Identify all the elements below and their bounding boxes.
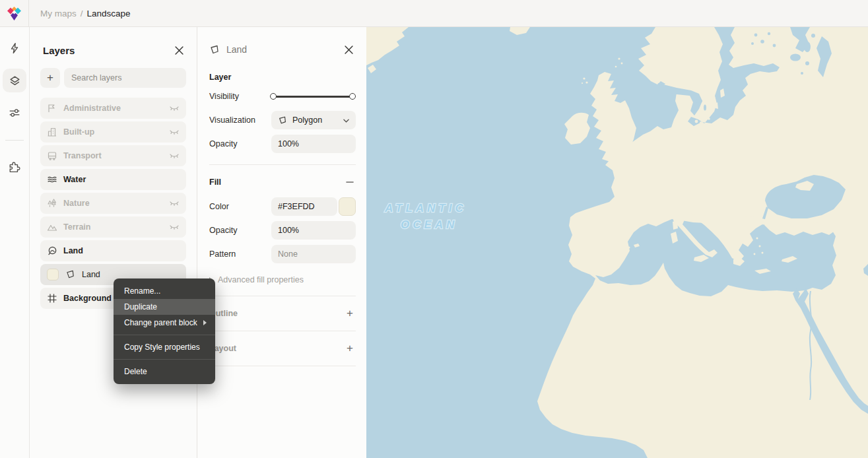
layer-row-administrative[interactable]: Administrative — [40, 98, 186, 119]
layer-opacity-input[interactable] — [271, 135, 356, 153]
layer-row-water[interactable]: Water — [40, 169, 186, 190]
tune-icon[interactable] — [3, 101, 26, 125]
fill-color-label: Color — [209, 202, 229, 211]
visualization-label: Visualization — [209, 115, 255, 125]
buildings-icon — [47, 127, 57, 137]
mountains-icon — [47, 222, 57, 232]
menu-divider — [114, 359, 215, 360]
menu-item-rename[interactable]: Rename... — [114, 283, 215, 299]
menu-divider — [114, 335, 215, 335]
fill-opacity-input[interactable] — [271, 221, 356, 240]
polygon-icon — [209, 44, 220, 55]
flag-icon — [47, 103, 57, 114]
layer-row-nature[interactable]: Nature — [40, 193, 186, 214]
bus-icon — [47, 150, 57, 161]
ocean-label-line2: OCEAN — [401, 218, 457, 231]
close-layers-panel-icon[interactable] — [172, 43, 186, 57]
land-icon — [47, 245, 57, 256]
add-layout-icon[interactable]: + — [344, 343, 356, 354]
section-divider — [209, 366, 356, 366]
close-properties-panel-icon[interactable] — [341, 42, 356, 57]
app-logo[interactable] — [0, 0, 29, 26]
layer-opacity-label: Opacity — [209, 139, 237, 148]
menu-item-change-parent-block[interactable]: Change parent block — [114, 315, 215, 331]
polygon-icon — [278, 115, 287, 125]
polygon-icon — [65, 269, 76, 280]
fill-color-input[interactable] — [271, 197, 337, 216]
visibility-off-icon[interactable] — [169, 103, 180, 114]
layer-list: Administrative Built-up Transport Water … — [30, 98, 197, 309]
slider-handle-min[interactable] — [270, 93, 277, 100]
layers-icon[interactable] — [3, 69, 26, 92]
fill-color-swatch[interactable] — [339, 197, 356, 216]
bolt-icon[interactable] — [3, 36, 26, 60]
visibility-range-slider[interactable] — [270, 87, 356, 106]
visibility-off-icon[interactable] — [169, 150, 180, 161]
visualization-dropdown[interactable]: Polygon — [271, 111, 356, 129]
layers-panel-title: Layers — [43, 45, 75, 56]
menu-item-duplicate[interactable]: Duplicate — [114, 299, 215, 315]
advanced-fill-properties-toggle[interactable]: Advanced fill properties — [209, 275, 356, 284]
layer-row-built-up[interactable]: Built-up — [40, 121, 186, 143]
layer-section-heading: Layer — [209, 73, 356, 82]
frame-icon — [47, 293, 57, 304]
properties-panel: Land Layer Visibility Visualization Poly… — [198, 27, 366, 458]
maptiler-logo-icon — [7, 6, 22, 21]
top-bar: My maps / Landscape — [0, 0, 868, 27]
breadcrumb-parent-link[interactable]: My maps — [40, 9, 77, 18]
fill-opacity-label: Opacity — [209, 226, 237, 235]
menu-item-delete[interactable]: Delete — [114, 364, 215, 379]
submenu-arrow-icon — [203, 320, 207, 325]
layer-row-land[interactable]: Land — [40, 240, 186, 261]
trees-icon — [47, 198, 57, 209]
visibility-off-icon[interactable] — [169, 127, 180, 137]
add-outline-icon[interactable]: + — [344, 308, 356, 319]
visibility-off-icon[interactable] — [169, 222, 180, 232]
breadcrumb-current: Landscape — [87, 9, 131, 18]
fill-pattern-input[interactable]: None — [271, 245, 356, 263]
waves-icon — [47, 174, 57, 185]
breadcrumb-separator: / — [81, 9, 83, 18]
menu-item-copy-style-properties[interactable]: Copy Style properties — [114, 339, 215, 355]
layout-section-row: Layout + — [209, 331, 356, 366]
left-icon-rail — [0, 27, 30, 458]
section-divider — [209, 164, 356, 165]
visualization-value: Polygon — [292, 115, 322, 125]
ocean-label-line1: ATLANTIC — [384, 202, 467, 214]
slider-handle-max[interactable] — [349, 93, 356, 100]
collapse-fill-icon[interactable] — [344, 176, 356, 188]
layer-color-swatch — [47, 269, 59, 280]
add-layer-button[interactable]: + — [40, 68, 60, 88]
properties-panel-title: Land — [226, 44, 341, 55]
layer-row-transport[interactable]: Transport — [40, 145, 186, 166]
visibility-label: Visibility — [209, 92, 239, 101]
breadcrumb: My maps / Landscape — [29, 0, 131, 26]
map-svg: ATLANTIC OCEAN — [366, 27, 868, 458]
layer-context-menu: Rename... Duplicate Change parent block … — [114, 278, 215, 384]
map-canvas[interactable]: ATLANTIC OCEAN — [366, 27, 868, 458]
fill-pattern-label: Pattern — [209, 249, 236, 259]
layers-panel: Layers + Administrative Built-up Transpo… — [30, 27, 197, 458]
puzzle-icon[interactable] — [3, 155, 26, 179]
chevron-down-icon — [343, 115, 349, 125]
layer-row-terrain[interactable]: Terrain — [40, 216, 186, 238]
fill-section-heading: Fill — [209, 178, 221, 187]
search-layers-input[interactable] — [64, 68, 186, 88]
slider-track — [273, 96, 353, 98]
visibility-off-icon[interactable] — [169, 198, 180, 209]
outline-section-row: Outline + — [209, 296, 356, 331]
rail-divider — [5, 140, 24, 141]
